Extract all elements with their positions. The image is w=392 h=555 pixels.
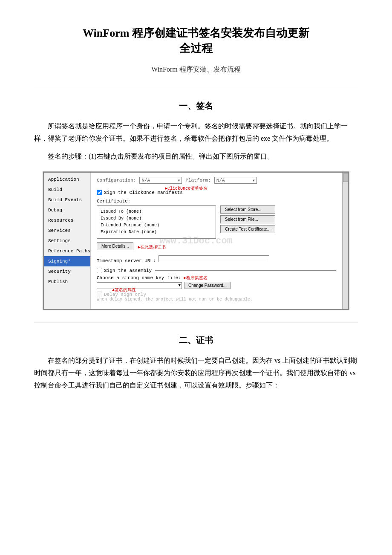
cert-expiration: Expiration Date (none): [101, 229, 212, 236]
sidebar-item-security[interactable]: Security: [44, 266, 90, 277]
sidebar-item-resources[interactable]: Resources: [44, 215, 90, 225]
config-dropdown[interactable]: N/A: [139, 177, 182, 184]
vs-main-panel: Configuration: N/A Platform: N/A ►ClickO…: [91, 173, 342, 309]
page-title: WinForm 程序创建证书签名安装发布自动更新 全过程: [34, 26, 358, 57]
strongname-row: Choose a strong name key file: ►程序集签名: [97, 275, 336, 281]
select-from-file-button[interactable]: Select from File...: [220, 215, 275, 223]
platform-dropdown[interactable]: N/A: [214, 177, 257, 184]
delay-sign-note: When delay signed, the project will not …: [97, 297, 336, 302]
more-details-row: More Details... ►在此选择证书: [97, 242, 336, 252]
sidebar-item-build[interactable]: Build: [44, 185, 90, 195]
sidebar-item-signing[interactable]: Signing*: [44, 256, 90, 266]
clickonce-annotation: ►ClickOnce清单签名: [165, 185, 208, 191]
cert-issued-to: Issued To (none): [101, 208, 212, 215]
sign-clickonce-row: Sign the ClickOnce manifests: [97, 190, 336, 195]
section1-heading: 一、签名: [34, 100, 358, 112]
timestamp-input[interactable]: [159, 255, 269, 262]
sidebar-item-settings[interactable]: Settings: [44, 236, 90, 246]
sidebar-item-services[interactable]: Services: [44, 225, 90, 236]
strongname-label: Choose a strong name key file:: [97, 275, 181, 280]
cert-details-box: Issued To (none) Issued By (none) Intend…: [97, 205, 216, 239]
create-test-cert-button[interactable]: Create Test Certificate...: [220, 225, 275, 233]
config-label: Configuration:: [97, 178, 136, 183]
platform-label: Platform:: [185, 178, 210, 183]
cert-buttons: Select from Store... Select from File...…: [220, 205, 275, 233]
sidebar-item-debug[interactable]: Debug: [44, 205, 90, 215]
delay-sign-checkbox: [97, 292, 102, 297]
sidebar-item-publish[interactable]: Publish: [44, 277, 90, 287]
assembly-annotation: ►程序集签名: [184, 275, 208, 281]
screenshot: www.3lDoc.com Application Build Build Ev…: [43, 171, 349, 310]
scrollbar-thumb[interactable]: [343, 173, 348, 182]
more-details-button[interactable]: More Details...: [97, 242, 133, 250]
sidebar-item-application[interactable]: Application: [44, 174, 90, 185]
sign-clickonce-checkbox[interactable]: [97, 190, 102, 195]
certificate-label: Certificate:: [97, 199, 336, 204]
timestamp-label: Timestamp server URL:: [97, 258, 156, 263]
select-from-store-button[interactable]: Select from Store...: [220, 205, 275, 214]
config-row: Configuration: N/A Platform: N/A: [97, 177, 336, 184]
strongname-dropdown[interactable]: ▼: [97, 282, 182, 289]
sidebar-item-reference-paths[interactable]: Reference Paths: [44, 246, 90, 256]
sidebar-item-build-events[interactable]: Build Events: [44, 195, 90, 205]
sign-assembly-label: Sign the assembly: [104, 268, 152, 273]
section2-heading: 二、证书: [34, 335, 358, 346]
sign-assembly-checkbox[interactable]: [97, 268, 102, 273]
section1-para2: 签名的步骤：(1)右键点击所要发布的项目的属性。弹出如下图所示的窗口。: [34, 150, 358, 163]
project-annotation: ▲签名的属性: [112, 287, 136, 293]
section1-para1: 所谓签名就是给应用程序一个身份，申请一个专利。签名的时候需要需要选择证书。就向我…: [34, 120, 358, 145]
subtitle: WinForm 程序安装、发布流程: [34, 65, 358, 74]
cert-area: Issued To (none) Issued By (none) Intend…: [97, 205, 336, 240]
vs-sidebar: Application Build Build Events Debug Res…: [44, 173, 91, 309]
cert-issued-by: Issued By (none): [101, 215, 212, 222]
change-password-button[interactable]: Change Password...: [184, 282, 231, 289]
sign-assembly-row: Sign the assembly: [97, 268, 336, 273]
cert-arrow-annotation: ►在此选择证书: [138, 244, 166, 250]
timestamp-row: Timestamp server URL:: [97, 255, 336, 263]
cert-intended: Intended Purpose (none): [101, 222, 212, 229]
scrollbar[interactable]: [342, 173, 348, 309]
delay-sign-row: Delay sign only When delay signed, the p…: [97, 292, 336, 302]
section2-para1: 在签名的部分提到了证书，在创建证书的时候我们一定要自己创建。因为在 vs 上面创…: [34, 355, 358, 391]
